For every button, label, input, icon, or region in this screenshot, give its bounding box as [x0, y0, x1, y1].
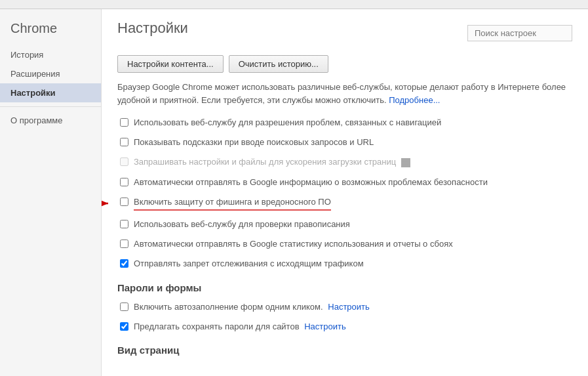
- sidebar-item-extensions[interactable]: Расширения: [0, 64, 101, 83]
- header-area: Настройки: [117, 20, 572, 46]
- passwords-checkboxes: Включить автозаполнение форм одним клико…: [117, 300, 572, 334]
- checkbox-autofill-label: Включить автозаполнение форм одним клико…: [134, 301, 370, 313]
- checkbox-phishing: Включить защиту от фишинга и вредоносног…: [120, 195, 572, 212]
- checkbox-predict-input[interactable]: [120, 157, 128, 166]
- checkbox-save-passwords-label: Предлагать сохранять пароли для сайтов Н…: [134, 321, 346, 333]
- checkboxes-section: Использовать веб-службу для разрешения п…: [117, 115, 572, 272]
- page-title: Настройки: [117, 20, 188, 37]
- sidebar-item-history[interactable]: История: [0, 45, 101, 64]
- button-row: Настройки контента... Очистить историю..…: [117, 55, 572, 73]
- checkbox-phishing-label: Включить защиту от фишинга и вредоносног…: [134, 196, 331, 211]
- checkbox-predict-label: Запрашивать настройки и файлы для ускоре…: [134, 156, 410, 168]
- checkbox-spellcheck-input[interactable]: [120, 220, 128, 228]
- checkbox-save-passwords-input[interactable]: [120, 322, 128, 331]
- checkbox-stats-input[interactable]: [120, 240, 128, 248]
- checkbox-security: Автоматически отправлять в Google информ…: [120, 175, 572, 190]
- checkbox-stats: Автоматически отправлять в Google статис…: [120, 237, 572, 251]
- checkbox-nav: Использовать веб-службу для разрешения п…: [120, 115, 572, 130]
- sidebar-divider: [0, 106, 101, 107]
- section-title-pages: Вид страниц: [117, 345, 572, 356]
- learn-more-link[interactable]: Подробнее...: [389, 95, 440, 105]
- checkbox-nav-input[interactable]: [120, 118, 128, 127]
- checkbox-hints-input[interactable]: [120, 138, 128, 146]
- checkbox-security-label: Автоматически отправлять в Google информ…: [134, 177, 488, 188]
- checkbox-phishing-input[interactable]: [120, 198, 128, 206]
- checkbox-save-passwords: Предлагать сохранять пароли для сайтов Н…: [120, 320, 572, 334]
- search-input[interactable]: [467, 25, 572, 41]
- autofill-configure-link[interactable]: Настроить: [328, 302, 370, 312]
- checkbox-phishing-container: снять галку Включить защиту от фишинга и…: [120, 195, 572, 212]
- checkbox-predict: Запрашивать настройки и файлы для ускоре…: [120, 155, 572, 169]
- checkbox-autofill: Включить автозаполнение форм одним клико…: [120, 300, 572, 314]
- annotation-arrow: [102, 194, 117, 213]
- content-settings-button[interactable]: Настройки контента...: [117, 55, 224, 73]
- checkbox-spellcheck-label: Использовать веб-службу для проверки пра…: [134, 219, 350, 230]
- checkbox-hints: Показывать подсказки при вводе поисковых…: [120, 135, 572, 150]
- checkbox-dnt-label: Отправлять запрет отслеживания с исходящ…: [134, 258, 364, 270]
- sidebar-item-settings[interactable]: Настройки: [0, 83, 101, 102]
- checkbox-dnt-input[interactable]: [120, 259, 128, 268]
- section-title-passwords: Пароли и формы: [117, 282, 572, 293]
- sidebar: Chrome История Расширения Настройки О пр…: [0, 9, 102, 376]
- checkbox-security-input[interactable]: [120, 178, 128, 186]
- checkbox-autofill-input[interactable]: [120, 303, 128, 311]
- checkbox-nav-label: Использовать веб-службу для разрешения п…: [134, 117, 441, 129]
- main-content: Настройки Настройки контента... Очистить…: [102, 9, 588, 376]
- sidebar-item-about[interactable]: О программе: [0, 111, 101, 130]
- save-passwords-configure-link[interactable]: Настроить: [304, 322, 346, 331]
- app-title: Chrome: [0, 16, 101, 45]
- checkbox-stats-label: Автоматически отправлять в Google статис…: [134, 238, 453, 250]
- checkbox-hints-label: Показывать подсказки при вводе поисковых…: [134, 136, 374, 148]
- clear-history-button[interactable]: Очистить историю...: [229, 55, 328, 73]
- description-text: Браузер Google Chrome может использовать…: [117, 81, 572, 106]
- checkbox-dnt: Отправлять запрет отслеживания с исходящ…: [120, 257, 572, 271]
- puzzle-icon: ⚌: [401, 158, 410, 167]
- checkbox-spellcheck: Использовать веб-службу для проверки пра…: [120, 217, 572, 232]
